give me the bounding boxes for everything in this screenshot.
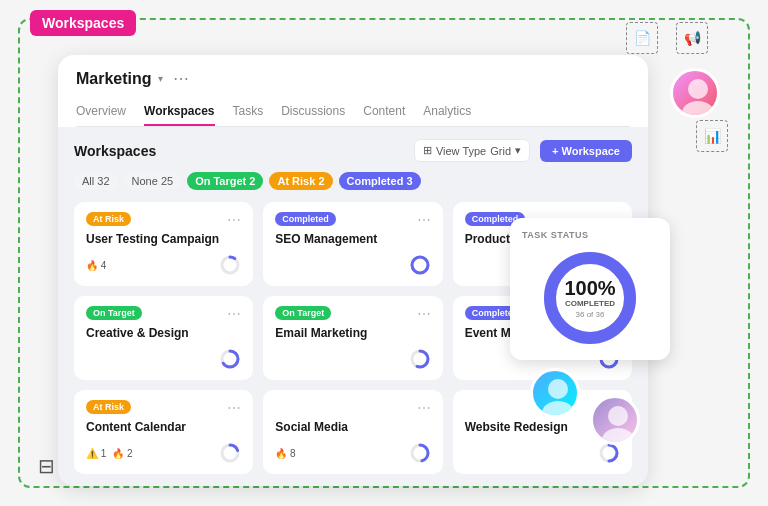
status-badge: Completed bbox=[275, 212, 336, 226]
progress-circle bbox=[409, 442, 431, 464]
person-silhouette bbox=[673, 71, 720, 118]
filter-ontarget[interactable]: On Target 2 bbox=[187, 172, 263, 190]
ws-footer bbox=[86, 348, 241, 370]
workspace-card-social-media: ⋯ Social Media 🔥 8 bbox=[263, 390, 442, 474]
status-badge: On Target bbox=[275, 306, 331, 320]
ws-footer bbox=[275, 254, 430, 276]
grid-icon: ⊞ bbox=[423, 144, 432, 157]
svg-point-24 bbox=[608, 406, 628, 426]
workspace-name: Creative & Design bbox=[86, 326, 241, 340]
more-options-icon[interactable]: ⋯ bbox=[227, 400, 241, 416]
workspace-name: Content Calendar bbox=[86, 420, 241, 434]
filter-completed[interactable]: Completed 3 bbox=[339, 172, 421, 190]
svg-point-22 bbox=[548, 379, 568, 399]
more-options-icon[interactable]: ⋯ bbox=[173, 69, 189, 88]
donut-percent: 100% bbox=[564, 278, 615, 298]
workspace-name: SEO Management bbox=[275, 232, 430, 246]
avatar-bottom-mid bbox=[530, 368, 580, 418]
ws-footer bbox=[275, 348, 430, 370]
more-options-icon[interactable]: ⋯ bbox=[227, 212, 241, 228]
section-title: Workspaces bbox=[74, 143, 156, 159]
ws-footer: 🔥 8 bbox=[275, 442, 430, 464]
workspace-name: Email Marketing bbox=[275, 326, 430, 340]
more-options-icon[interactable]: ⋯ bbox=[227, 306, 241, 322]
ws-card-header: On Target ⋯ bbox=[86, 306, 241, 322]
workspace-name: User Testing Campaign bbox=[86, 232, 241, 246]
ws-indicators: 🔥 4 bbox=[86, 260, 106, 271]
donut-text: 100% COMPLETED 36 of 36 bbox=[564, 278, 615, 319]
progress-circle bbox=[219, 442, 241, 464]
workspaces-badge: Workspaces bbox=[30, 10, 136, 36]
svg-point-20 bbox=[688, 79, 708, 99]
donut-chart: 100% COMPLETED 36 of 36 bbox=[540, 248, 640, 348]
megaphone-icon: 📢 bbox=[676, 22, 708, 54]
svg-point-3 bbox=[412, 257, 428, 273]
ws-card-header: At Risk ⋯ bbox=[86, 212, 241, 228]
progress-circle bbox=[219, 348, 241, 370]
workspace-card-content-calendar: At Risk ⋯ Content Calendar ⚠️ 1 🔥 2 bbox=[74, 390, 253, 474]
progress-circle bbox=[598, 442, 620, 464]
ws-footer bbox=[465, 442, 620, 464]
filter-atrisk[interactable]: At Risk 2 bbox=[269, 172, 332, 190]
card-header: Marketing ▾ ⋯ Overview Workspaces Tasks … bbox=[58, 55, 648, 127]
status-badge bbox=[275, 400, 289, 404]
section-header: Workspaces ⊞ View Type Grid ▾ + Workspac… bbox=[74, 139, 632, 162]
view-type-button[interactable]: ⊞ View Type Grid ▾ bbox=[414, 139, 530, 162]
card-title-row: Marketing ▾ ⋯ bbox=[76, 69, 630, 88]
ws-card-header: On Target ⋯ bbox=[275, 306, 430, 322]
top-right-icons: 📄 📢 bbox=[626, 22, 708, 54]
more-options-icon[interactable]: ⋯ bbox=[417, 212, 431, 228]
donut-sub: 36 of 36 bbox=[564, 310, 615, 319]
more-options-icon[interactable]: ⋯ bbox=[417, 306, 431, 322]
workspace-card-seo: Completed ⋯ SEO Management bbox=[263, 202, 442, 286]
ws-indicators: 🔥 8 bbox=[275, 448, 295, 459]
nav-tabs: Overview Workspaces Tasks Discussions Co… bbox=[76, 98, 630, 127]
ws-footer: ⚠️ 1 🔥 2 bbox=[86, 442, 241, 464]
status-badge bbox=[465, 400, 479, 404]
fire-indicator: 🔥 2 bbox=[112, 448, 132, 459]
ws-card-header: ⋯ bbox=[275, 400, 430, 416]
chart-icon: 📊 bbox=[696, 120, 728, 152]
fire-indicator: 🔥 4 bbox=[86, 260, 106, 271]
view-type-value: Grid bbox=[490, 145, 511, 157]
progress-circle bbox=[219, 254, 241, 276]
chevron-down-icon: ▾ bbox=[515, 144, 521, 157]
ws-indicators: ⚠️ 1 🔥 2 bbox=[86, 448, 133, 459]
card-title: Marketing bbox=[76, 70, 152, 88]
chevron-down-icon: ▾ bbox=[158, 73, 163, 84]
workspace-name: Social Media bbox=[275, 420, 430, 434]
tab-analytics[interactable]: Analytics bbox=[423, 98, 471, 126]
progress-circle bbox=[409, 348, 431, 370]
tab-content[interactable]: Content bbox=[363, 98, 405, 126]
avatar-bottom-right bbox=[590, 395, 640, 445]
ws-card-header: At Risk ⋯ bbox=[86, 400, 241, 416]
more-options-icon[interactable]: ⋯ bbox=[417, 400, 431, 416]
ws-footer: 🔥 4 bbox=[86, 254, 241, 276]
tab-workspaces[interactable]: Workspaces bbox=[144, 98, 214, 126]
filter-row: All 32 None 25 On Target 2 At Risk 2 Com… bbox=[74, 172, 632, 190]
add-workspace-button[interactable]: + Workspace bbox=[540, 140, 632, 162]
fire-indicator: 🔥 8 bbox=[275, 448, 295, 459]
header-right: ⊞ View Type Grid ▾ + Workspace bbox=[414, 139, 632, 162]
document-icon: 📄 bbox=[626, 22, 658, 54]
status-badge: On Target bbox=[86, 306, 142, 320]
workspace-card-user-testing: At Risk ⋯ User Testing Campaign 🔥 4 bbox=[74, 202, 253, 286]
view-type-label: View Type bbox=[436, 145, 486, 157]
avatar-top-right bbox=[670, 68, 720, 118]
tab-discussions[interactable]: Discussions bbox=[281, 98, 345, 126]
warning-indicator: ⚠️ 1 bbox=[86, 448, 106, 459]
svg-point-21 bbox=[682, 101, 714, 118]
task-status-title: TASK STATUS bbox=[522, 230, 658, 240]
status-badge: At Risk bbox=[86, 212, 131, 226]
donut-label: COMPLETED bbox=[564, 299, 615, 308]
workspace-card-email-marketing: On Target ⋯ Email Marketing bbox=[263, 296, 442, 380]
workspace-card-creative-design: On Target ⋯ Creative & Design bbox=[74, 296, 253, 380]
layers-icon: ⊟ bbox=[38, 454, 55, 478]
task-status-card: TASK STATUS 100% COMPLETED 36 of 36 bbox=[510, 218, 670, 360]
filter-none[interactable]: None 25 bbox=[124, 172, 182, 190]
tab-overview[interactable]: Overview bbox=[76, 98, 126, 126]
filter-all[interactable]: All 32 bbox=[74, 172, 118, 190]
status-badge: At Risk bbox=[86, 400, 131, 414]
tab-tasks[interactable]: Tasks bbox=[233, 98, 264, 126]
progress-circle bbox=[409, 254, 431, 276]
